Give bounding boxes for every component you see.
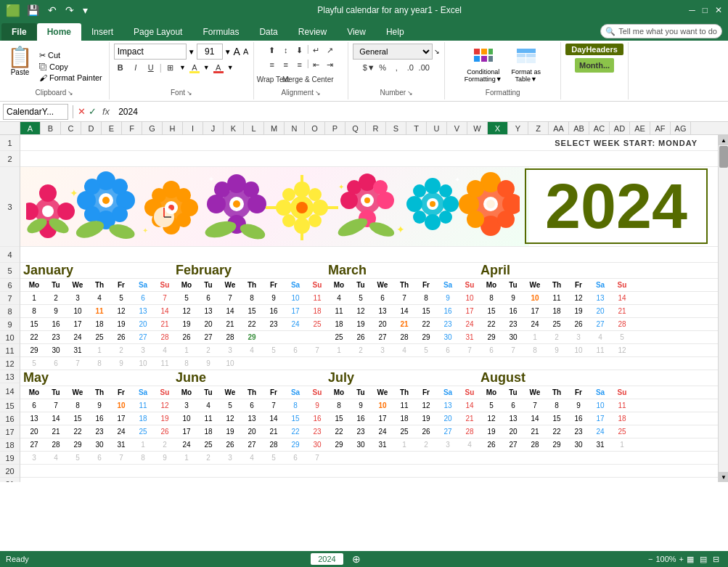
day-cell[interactable] (480, 357, 502, 370)
day-cell[interactable]: 26 (415, 425, 437, 438)
day-cell[interactable]: 29 (241, 331, 263, 343)
day-cell[interactable]: 22 (415, 318, 437, 330)
day-cell[interactable]: 5 (263, 452, 285, 464)
day-cell[interactable]: 18 (89, 318, 110, 330)
day-cell[interactable]: 4 (589, 331, 611, 343)
align-middle-btn[interactable]: ↕ (279, 44, 293, 57)
day-cell[interactable]: 27 (23, 438, 45, 451)
name-box[interactable] (3, 104, 68, 120)
col-header-D[interactable]: D (81, 122, 102, 134)
day-cell[interactable]: 20 (241, 425, 263, 438)
day-cell[interactable]: 13 (132, 305, 154, 317)
day-cell[interactable]: 13 (372, 305, 393, 317)
day-cell[interactable]: 29 (546, 438, 568, 451)
day-cell[interactable]: 16 (263, 305, 285, 317)
day-cell[interactable] (502, 357, 524, 370)
day-cell[interactable]: 8 (176, 357, 197, 370)
day-cell[interactable]: 31 (372, 438, 393, 451)
day-cell[interactable]: 11 (132, 399, 154, 412)
vertical-scrollbar[interactable]: ▲ ▼ (718, 135, 728, 482)
day-cell[interactable] (263, 465, 285, 477)
view-break-btn[interactable]: ⊟ (713, 555, 719, 564)
day-cell[interactable]: 9 (197, 357, 219, 370)
align-bottom-btn[interactable]: ⬇ (293, 44, 306, 57)
day-cell[interactable] (23, 465, 45, 477)
day-cell[interactable]: 27 (241, 438, 263, 451)
day-cell[interactable]: 17 (110, 412, 132, 425)
day-cell[interactable]: 1 (132, 438, 154, 451)
day-cell[interactable]: 23 (568, 425, 589, 438)
row-16[interactable]: 16 (0, 412, 20, 425)
confirm-formula-btn[interactable]: ✓ (89, 106, 97, 117)
day-cell[interactable]: 31 (110, 438, 132, 451)
day-cell[interactable]: 11 (393, 399, 415, 412)
day-cell[interactable]: 24 (459, 318, 480, 330)
day-cell[interactable]: 6 (241, 399, 263, 412)
increase-font-btn[interactable]: A (234, 46, 240, 57)
day-cell[interactable]: 24 (524, 318, 546, 330)
col-header-AA[interactable]: AA (549, 122, 569, 134)
day-cell[interactable]: 10 (176, 412, 197, 425)
tab-formulas[interactable]: Formulas (192, 23, 249, 41)
day-cell[interactable]: 22 (546, 425, 568, 438)
month-style-btn[interactable]: Month... (575, 58, 614, 73)
font-color-button[interactable]: A (212, 61, 225, 74)
day-cell[interactable]: 18 (393, 412, 415, 425)
day-cell[interactable]: 28 (263, 438, 285, 451)
day-cell[interactable]: 4 (393, 344, 415, 356)
fill-dropdown-icon[interactable]: ▼ (203, 64, 210, 71)
day-cell[interactable]: 13 (502, 412, 524, 425)
day-cell[interactable]: 28 (611, 318, 633, 330)
font-color-dropdown-icon[interactable]: ▼ (227, 64, 234, 71)
day-cell[interactable]: 9 (154, 452, 176, 464)
day-cell[interactable] (524, 452, 546, 464)
day-cell[interactable]: 26 (219, 438, 241, 451)
day-cell[interactable] (459, 357, 480, 370)
wrap-text-btn2[interactable]: Wrap Text (266, 73, 279, 86)
currency-btn[interactable]: $▼ (362, 61, 375, 74)
day-cell[interactable] (306, 357, 328, 370)
day-cell[interactable]: 21 (263, 425, 285, 438)
alignment-expand-icon[interactable]: ↘ (315, 89, 321, 97)
day-cell[interactable]: 10 (568, 344, 589, 356)
paste-button[interactable]: 📋 Paste (4, 46, 36, 86)
col-header-S[interactable]: S (386, 122, 406, 134)
day-cell[interactable]: 29 (480, 331, 502, 343)
day-cell[interactable] (372, 452, 393, 464)
day-cell[interactable]: 11 (154, 357, 176, 370)
row-4[interactable]: 4 (0, 247, 20, 263)
day-cell[interactable]: 16 (437, 305, 459, 317)
day-cell[interactable]: 30 (45, 344, 67, 356)
day-cell[interactable]: 4 (241, 344, 263, 356)
day-cell[interactable] (611, 452, 633, 464)
col-header-AG[interactable]: AG (671, 122, 691, 134)
font-size-input[interactable] (197, 44, 223, 60)
day-cell[interactable]: 9 (350, 399, 372, 412)
fill-color-button[interactable]: A (188, 61, 201, 74)
sheet-tab-1[interactable]: 2024 (311, 553, 343, 565)
day-cell[interactable]: 26 (350, 331, 372, 343)
day-cell[interactable]: 3 (176, 399, 197, 412)
day-cell[interactable]: 23 (45, 331, 67, 343)
col-header-X[interactable]: X (488, 122, 508, 134)
day-cell[interactable]: 10 (459, 292, 480, 304)
day-cell[interactable] (415, 357, 437, 370)
day-cell[interactable]: 14 (154, 305, 176, 317)
day-cell[interactable]: 12 (480, 412, 502, 425)
tab-home[interactable]: Home (37, 23, 81, 41)
day-cell[interactable]: 8 (480, 292, 502, 304)
day-cell[interactable]: 27 (589, 318, 611, 330)
undo-btn[interactable]: ↶ (46, 3, 59, 17)
day-cell[interactable]: 21 (45, 425, 67, 438)
day-cell[interactable]: 12 (110, 305, 132, 317)
col-header-AB[interactable]: AB (569, 122, 589, 134)
day-cell[interactable]: 17 (67, 318, 89, 330)
day-cell[interactable]: 4 (241, 452, 263, 464)
day-cell[interactable] (132, 465, 154, 477)
day-cell[interactable]: 31 (589, 438, 611, 451)
conditional-formatting-btn[interactable]: ConditionalFormatting▼ (462, 44, 505, 84)
border-dropdown-icon[interactable]: ▼ (179, 64, 186, 71)
day-cell[interactable]: 23 (437, 318, 459, 330)
col-header-AF[interactable]: AF (650, 122, 671, 134)
day-cell[interactable]: 18 (328, 318, 350, 330)
